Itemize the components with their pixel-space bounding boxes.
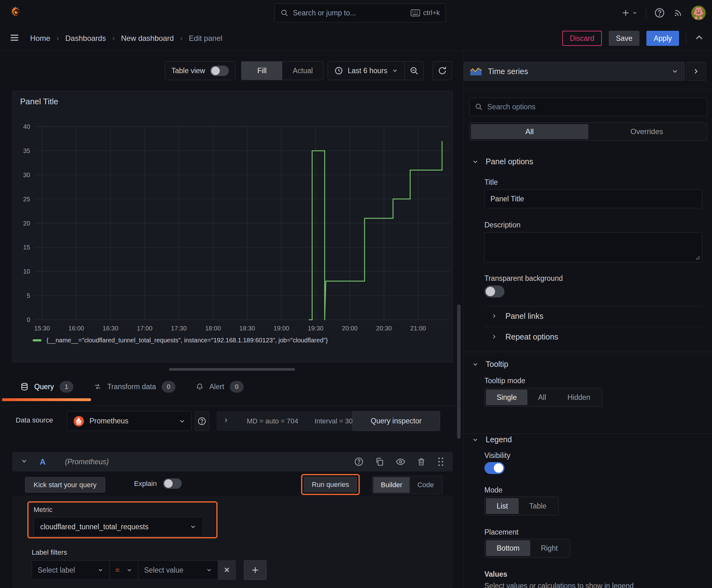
legend-section-header[interactable]: Legend <box>472 435 512 444</box>
query-help-button[interactable] <box>354 457 364 466</box>
global-search-input[interactable]: Search or jump to... ctrl+k <box>274 3 446 22</box>
kick-start-query-button[interactable]: Kick start your query <box>25 477 105 492</box>
legend-mode-label: Mode <box>484 486 503 495</box>
refresh-button[interactable] <box>433 62 452 80</box>
apply-button[interactable]: Apply <box>646 31 679 46</box>
zoom-out-icon <box>409 66 419 76</box>
query-builder-area: Metric cloudflared_tunnel_total_requests… <box>12 496 453 588</box>
add-new-button[interactable] <box>621 8 638 17</box>
builder-option[interactable]: Builder <box>373 477 410 493</box>
options-search-input[interactable]: Search options <box>469 98 707 116</box>
query-inspector-button[interactable]: Query inspector <box>352 411 440 431</box>
explain-label: Explain <box>134 480 157 488</box>
query-row-header[interactable]: A (Prometheus) <box>12 452 453 471</box>
all-overrides-tabs: All Overrides <box>469 123 707 141</box>
fill-option[interactable]: Fill <box>241 62 282 80</box>
tab-all[interactable]: All <box>471 124 588 139</box>
chart-panel: Panel Title 15:3016:0016:3017:0017:3018:… <box>12 91 453 362</box>
tab-alert[interactable]: Alert 0 <box>196 381 244 393</box>
database-icon <box>20 382 28 391</box>
chevron-down-icon <box>206 567 212 573</box>
title-input[interactable] <box>484 189 702 208</box>
duplicate-query-button[interactable] <box>375 457 384 466</box>
select-value-dropdown[interactable]: Select value <box>138 560 218 580</box>
search-icon <box>280 9 288 17</box>
chart-svg[interactable]: 15:3016:0016:3017:0017:3018:0018:3019:00… <box>13 108 453 331</box>
editor-tabs: Query 1 Transform data 0 Alert 0 <box>20 377 244 396</box>
help-button[interactable] <box>654 7 665 18</box>
tooltip-section-header[interactable]: Tooltip <box>472 360 508 369</box>
legend-list-option[interactable]: List <box>486 498 519 514</box>
legend-series-label: {__name__="cloudflared_tunnel_total_requ… <box>46 337 328 344</box>
eye-icon <box>395 457 406 467</box>
tab-overrides[interactable]: Overrides <box>588 124 706 139</box>
chevron-down-icon <box>472 158 479 165</box>
tab-transform-data[interactable]: Transform data 0 <box>93 381 175 393</box>
description-field-label: Description <box>484 221 520 229</box>
zoom-out-button[interactable] <box>405 62 424 80</box>
metric-label: Metric <box>34 506 211 514</box>
chevron-down-icon <box>392 67 398 74</box>
refresh-control <box>433 61 452 80</box>
legend-visibility-toggle[interactable] <box>484 462 504 474</box>
drag-handle[interactable] <box>437 457 445 466</box>
resize-corner-icon[interactable] <box>695 255 700 261</box>
datasource-help-button[interactable] <box>195 411 209 431</box>
datasource-name: Prometheus <box>89 417 174 425</box>
legend-table-option[interactable]: Table <box>519 498 557 514</box>
remove-filter-button[interactable]: ✕ <box>218 560 236 580</box>
metric-select[interactable]: cloudflared_tunnel_total_requests <box>34 517 203 537</box>
collapse-query-chevron-icon[interactable] <box>20 457 28 466</box>
user-avatar[interactable] <box>691 6 706 20</box>
help-circle-icon <box>197 417 206 426</box>
description-textarea[interactable] <box>484 232 702 262</box>
tooltip-single-option[interactable]: Single <box>486 390 527 405</box>
legend-values-help: Select values or calculations to show in… <box>484 582 634 588</box>
time-range-picker[interactable]: Last 6 hours <box>328 66 404 75</box>
discard-button[interactable]: Discard <box>562 31 602 46</box>
save-button[interactable]: Save <box>609 31 640 46</box>
code-option[interactable]: Code <box>410 477 441 493</box>
datasource-picker[interactable]: Prometheus <box>67 411 192 431</box>
chevron-right-icon <box>491 313 497 319</box>
placement-right-option[interactable]: Right <box>530 540 568 556</box>
select-label-dropdown[interactable]: Select label <box>32 560 110 580</box>
news-button[interactable] <box>673 8 683 18</box>
run-queries-button[interactable]: Run queries <box>304 477 357 492</box>
panel-links-section[interactable]: Panel links <box>491 309 543 322</box>
repeat-options-section[interactable]: Repeat options <box>491 330 558 343</box>
visualization-picker[interactable]: Time series <box>464 62 685 81</box>
tooltip-all-option[interactable]: All <box>527 390 557 405</box>
delete-query-button[interactable] <box>417 457 426 466</box>
explain-control: Explain <box>134 478 182 489</box>
breadcrumb-separator: › <box>57 34 59 43</box>
grafana-logo-icon[interactable] <box>8 6 23 20</box>
breadcrumb-dashboards[interactable]: Dashboards <box>65 34 106 43</box>
collapse-options-button[interactable] <box>694 33 704 44</box>
toggle-visibility-button[interactable] <box>395 457 406 467</box>
panel-resize-handle[interactable] <box>169 368 295 371</box>
panel-options-section-header[interactable]: Panel options <box>472 157 533 166</box>
transparent-bg-label: Transparent background <box>484 274 563 283</box>
add-filter-button[interactable] <box>244 560 266 580</box>
panel-title[interactable]: Panel Title <box>20 97 58 106</box>
chart-legend-item[interactable]: {__name__="cloudflared_tunnel_total_requ… <box>33 337 328 344</box>
actual-option[interactable]: Actual <box>282 62 323 80</box>
transparent-bg-toggle[interactable] <box>484 286 504 297</box>
placement-bottom-option[interactable]: Bottom <box>486 540 530 556</box>
svg-text:17:30: 17:30 <box>171 325 187 331</box>
tab-query[interactable]: Query 1 <box>20 381 73 393</box>
chevron-down-icon <box>472 436 479 443</box>
clock-icon <box>335 66 343 75</box>
menu-toggle-button[interactable] <box>9 33 19 44</box>
interval-text: Interval = 30s <box>315 417 356 425</box>
breadcrumb-separator: › <box>180 34 183 43</box>
visibility-label: Visibility <box>484 451 511 460</box>
breadcrumb-home[interactable]: Home <box>30 34 50 43</box>
operator-dropdown[interactable]: = <box>110 560 138 580</box>
breadcrumb-new-dashboard[interactable]: New dashboard <box>121 34 174 43</box>
collapse-pane-button[interactable] <box>686 62 706 81</box>
explain-toggle[interactable] <box>163 478 182 489</box>
tooltip-hidden-option[interactable]: Hidden <box>557 390 601 405</box>
table-view-toggle[interactable] <box>210 66 229 76</box>
